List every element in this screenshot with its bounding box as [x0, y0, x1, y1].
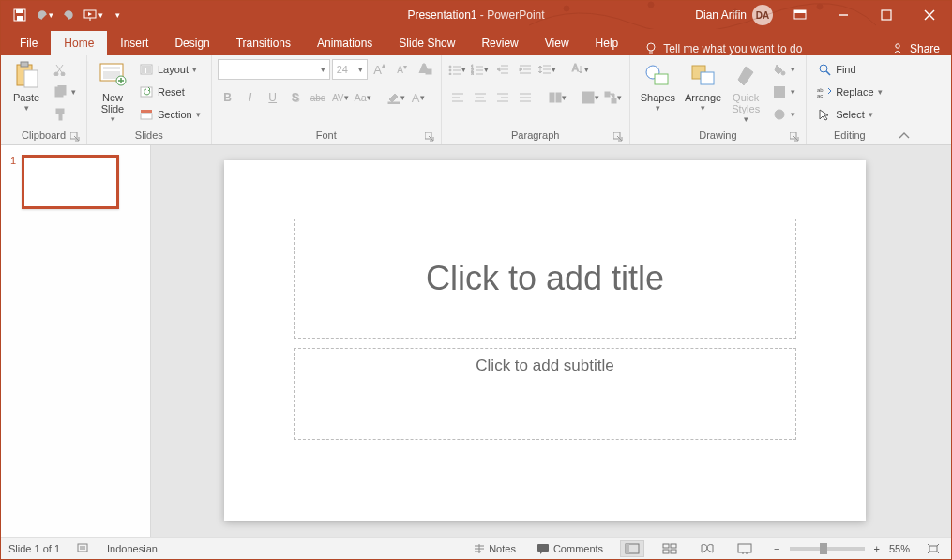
- clear-formatting-button[interactable]: [415, 59, 435, 80]
- align-text-button[interactable]: ▾: [581, 87, 601, 108]
- slide-sorter-view-button[interactable]: [657, 540, 682, 557]
- tell-me-search[interactable]: Tell me what you want to do: [644, 42, 802, 55]
- paragraph-launcher[interactable]: [612, 132, 624, 144]
- collapse-ribbon-button[interactable]: [893, 55, 915, 144]
- zoom-value[interactable]: 55%: [889, 543, 910, 554]
- arrange-button[interactable]: Arrange▾: [680, 57, 726, 127]
- tab-help[interactable]: Help: [582, 31, 632, 55]
- select-button[interactable]: Select▾: [812, 104, 886, 125]
- slide-counter[interactable]: Slide 1 of 1: [8, 543, 60, 554]
- tab-view[interactable]: View: [532, 31, 582, 55]
- paste-button[interactable]: Paste ▾: [7, 57, 46, 127]
- justify-button[interactable]: [515, 87, 536, 108]
- normal-view-button[interactable]: [620, 540, 644, 557]
- highlight-button[interactable]: ▾: [385, 87, 406, 108]
- new-slide-button[interactable]: New Slide ▾: [93, 57, 132, 127]
- fit-to-window-button[interactable]: [923, 541, 944, 556]
- bold-button[interactable]: B: [218, 87, 238, 108]
- spellcheck-button[interactable]: [73, 541, 94, 556]
- undo-button[interactable]: ▾: [33, 4, 55, 26]
- slide-thumbnails-pane[interactable]: 1: [1, 145, 151, 537]
- tab-file[interactable]: File: [7, 31, 51, 55]
- font-name-combo[interactable]: ▾: [218, 59, 330, 80]
- section-button[interactable]: Section▾: [134, 104, 205, 125]
- zoom-slider[interactable]: [790, 547, 865, 551]
- ribbon-display-options-button[interactable]: [778, 1, 822, 29]
- tab-insert[interactable]: Insert: [107, 31, 161, 55]
- slide-canvas[interactable]: Click to add title Click to add subtitle: [224, 160, 866, 521]
- tab-home[interactable]: Home: [51, 31, 107, 55]
- zoom-in-button[interactable]: +: [870, 541, 884, 556]
- tab-review[interactable]: Review: [468, 31, 531, 55]
- tab-transitions[interactable]: Transitions: [223, 31, 304, 55]
- tab-slide-show[interactable]: Slide Show: [385, 31, 468, 55]
- notes-button[interactable]: Notes: [470, 541, 520, 556]
- shape-fill-icon: [772, 62, 787, 77]
- align-center-button[interactable]: [470, 87, 491, 108]
- decrease-font-button[interactable]: A▾: [392, 59, 413, 80]
- svg-rect-20: [21, 62, 28, 67]
- minimize-button[interactable]: [822, 1, 865, 29]
- increase-font-button[interactable]: A▴: [370, 59, 390, 80]
- layout-button[interactable]: Layout▾: [134, 59, 205, 80]
- change-case-button[interactable]: Aa▾: [353, 87, 373, 108]
- status-bar: Slide 1 of 1 Indonesian Notes Comments −…: [1, 537, 951, 559]
- cut-button[interactable]: [48, 59, 81, 80]
- close-button[interactable]: [908, 1, 951, 29]
- tab-animations[interactable]: Animations: [304, 31, 385, 55]
- zoom-out-button[interactable]: −: [770, 541, 783, 556]
- tab-design[interactable]: Design: [161, 31, 222, 55]
- comments-button[interactable]: Comments: [533, 541, 607, 556]
- align-left-button[interactable]: [447, 87, 468, 108]
- shape-outline-button[interactable]: ▾: [767, 82, 800, 102]
- customize-qat-button[interactable]: ▾: [106, 4, 128, 26]
- strikethrough-button[interactable]: abc: [308, 87, 328, 108]
- signed-in-user[interactable]: Dian Arifin DA: [695, 5, 773, 25]
- shape-fill-button[interactable]: ▾: [767, 59, 800, 80]
- save-button[interactable]: [8, 4, 31, 26]
- shapes-button[interactable]: Shapes▾: [636, 57, 680, 127]
- start-from-beginning-button[interactable]: ▾: [82, 4, 104, 26]
- italic-button[interactable]: I: [240, 87, 261, 108]
- text-direction-button[interactable]: A▾: [570, 59, 591, 80]
- svg-point-0: [564, 6, 569, 11]
- share-button[interactable]: Share: [891, 42, 940, 55]
- columns-button[interactable]: ▾: [548, 87, 568, 108]
- font-color-button[interactable]: A▾: [408, 87, 429, 108]
- numbering-button[interactable]: 123▾: [470, 59, 491, 80]
- font-launcher[interactable]: [424, 132, 435, 144]
- zoom-slider-thumb[interactable]: [820, 543, 827, 554]
- slide-stage[interactable]: Click to add title Click to add subtitle: [151, 145, 951, 537]
- replace-button[interactable]: abacReplace▾: [812, 82, 886, 102]
- maximize-button[interactable]: [865, 1, 908, 29]
- char-spacing-button[interactable]: AV▾: [330, 87, 351, 108]
- reset-button[interactable]: Reset: [134, 82, 205, 102]
- decrease-indent-button[interactable]: [492, 59, 513, 80]
- align-right-button[interactable]: [492, 87, 513, 108]
- reading-view-button[interactable]: [695, 540, 719, 557]
- bullets-button[interactable]: ▾: [447, 59, 468, 80]
- format-painter-button[interactable]: [48, 104, 81, 125]
- redo-button[interactable]: [57, 4, 80, 26]
- shape-effects-button[interactable]: ▾: [767, 104, 800, 125]
- drawing-launcher[interactable]: [789, 132, 800, 144]
- title-placeholder[interactable]: Click to add title: [294, 219, 796, 339]
- quick-styles-button[interactable]: Quick Styles▾: [726, 57, 765, 127]
- slide-thumbnail-1[interactable]: 1: [7, 155, 144, 209]
- clipboard-launcher[interactable]: [69, 132, 81, 144]
- language-indicator[interactable]: Indonesian: [107, 543, 158, 554]
- slideshow-view-button[interactable]: [733, 540, 757, 557]
- copy-button[interactable]: ▾: [48, 82, 81, 102]
- find-button[interactable]: Find: [812, 59, 886, 80]
- increase-indent-button[interactable]: [515, 59, 536, 80]
- smartart-button[interactable]: ▾: [603, 87, 624, 108]
- subtitle-placeholder[interactable]: Click to add subtitle: [294, 348, 796, 440]
- group-editing: Find abacReplace▾ Select▾ Editing: [807, 55, 892, 144]
- title-bar: ▾ ▾ ▾ Presentation1 - PowerPoint Dian Ar…: [1, 1, 951, 29]
- shadow-button[interactable]: S: [285, 87, 306, 108]
- thumbnail-preview[interactable]: [22, 155, 119, 209]
- underline-button[interactable]: U: [263, 87, 283, 108]
- svg-point-15: [647, 43, 655, 51]
- font-size-combo[interactable]: 24▾: [332, 59, 368, 80]
- line-spacing-button[interactable]: ▾: [537, 59, 558, 80]
